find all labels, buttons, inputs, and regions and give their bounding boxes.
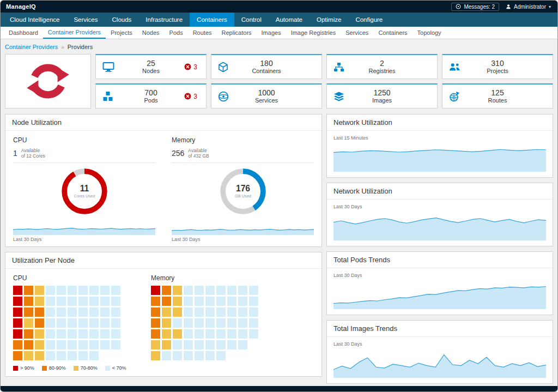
main-nav-item-services[interactable]: Services bbox=[66, 13, 105, 27]
heatmap-cell[interactable] bbox=[111, 286, 120, 295]
heatmap-cell[interactable] bbox=[13, 286, 22, 295]
main-nav-item-clouds[interactable]: Clouds bbox=[105, 13, 139, 27]
heatmap-cell[interactable] bbox=[184, 307, 193, 317]
heatmap-cell[interactable] bbox=[68, 318, 77, 328]
heatmap-cell[interactable] bbox=[249, 329, 258, 339]
heatmap-cell[interactable] bbox=[89, 351, 99, 360]
heatmap-cell[interactable] bbox=[13, 318, 22, 328]
heatmap-cell[interactable] bbox=[35, 307, 44, 317]
heatmap-cell[interactable] bbox=[13, 329, 22, 339]
heatmap-cell[interactable] bbox=[249, 318, 258, 328]
heatmap-cell[interactable] bbox=[89, 286, 99, 295]
heatmap-cell[interactable] bbox=[68, 340, 77, 349]
heatmap-cell[interactable] bbox=[35, 329, 44, 339]
stat-card-registries[interactable]: 2Registries bbox=[326, 54, 438, 79]
sub-nav-item-images[interactable]: Images bbox=[257, 27, 286, 39]
heatmap-cell[interactable] bbox=[100, 329, 110, 339]
heatmap-cell[interactable] bbox=[205, 351, 215, 360]
heatmap-cell[interactable] bbox=[100, 340, 110, 349]
heatmap-cell[interactable] bbox=[78, 297, 88, 306]
main-nav-item-automate[interactable]: Automate bbox=[269, 13, 310, 27]
heatmap-cell[interactable] bbox=[46, 318, 55, 328]
heatmap-cell[interactable] bbox=[227, 329, 236, 339]
heatmap-cell[interactable] bbox=[24, 340, 33, 349]
heatmap-cell[interactable] bbox=[238, 318, 247, 328]
stat-card-projects[interactable]: 310Projects bbox=[442, 54, 553, 79]
sub-nav-item-replicators[interactable]: Replicators bbox=[217, 27, 257, 39]
heatmap-cell[interactable] bbox=[173, 297, 182, 306]
heatmap-cell[interactable] bbox=[111, 318, 120, 328]
heatmap-cell[interactable] bbox=[46, 307, 55, 317]
heatmap-cell[interactable] bbox=[173, 351, 182, 360]
heatmap-cell[interactable] bbox=[46, 329, 55, 339]
messages-button[interactable]: Messages: 2 bbox=[451, 3, 499, 11]
heatmap-cell[interactable] bbox=[89, 340, 99, 349]
stat-card-routes[interactable]: 125Routes bbox=[442, 83, 553, 108]
heatmap-cell[interactable] bbox=[13, 340, 22, 349]
heatmap-cell[interactable] bbox=[162, 351, 171, 360]
main-nav-item-containers[interactable]: Containers bbox=[190, 13, 234, 27]
heatmap-cell[interactable] bbox=[238, 329, 247, 339]
heatmap-cell[interactable] bbox=[24, 351, 33, 360]
heatmap-cell[interactable] bbox=[227, 307, 236, 317]
sub-nav-item-container-providers[interactable]: Container Providers bbox=[43, 27, 106, 39]
sub-nav-item-containers[interactable]: Containers bbox=[373, 27, 412, 39]
stat-card-pods[interactable]: 700Pods3 bbox=[95, 83, 207, 108]
heatmap-cell[interactable] bbox=[162, 318, 171, 328]
heatmap-cell[interactable] bbox=[227, 297, 236, 306]
heatmap-cell[interactable] bbox=[173, 329, 182, 339]
heatmap-cell[interactable] bbox=[184, 318, 193, 328]
main-nav-item-infrastructure[interactable]: Infrastructure bbox=[138, 13, 190, 27]
heatmap-cell[interactable] bbox=[238, 297, 247, 306]
heatmap-cell[interactable] bbox=[68, 297, 77, 306]
heatmap-cell[interactable] bbox=[216, 351, 226, 360]
heatmap-cell[interactable] bbox=[249, 307, 258, 317]
heatmap-cell[interactable] bbox=[216, 307, 226, 317]
heatmap-cell[interactable] bbox=[57, 318, 66, 328]
heatmap-cell[interactable] bbox=[195, 351, 204, 360]
heatmap-cell[interactable] bbox=[238, 286, 247, 295]
heatmap-cell[interactable] bbox=[249, 286, 258, 295]
heatmap-cell[interactable] bbox=[249, 297, 258, 306]
stat-card-nodes[interactable]: 25Nodes3 bbox=[95, 54, 207, 79]
sub-nav-item-nodes[interactable]: Nodes bbox=[137, 27, 165, 39]
sub-nav-item-topology[interactable]: Topology bbox=[413, 27, 446, 39]
heatmap-cell[interactable] bbox=[57, 286, 66, 295]
heatmap-cell[interactable] bbox=[238, 307, 247, 317]
heatmap-cell[interactable] bbox=[162, 329, 171, 339]
heatmap-cell[interactable] bbox=[68, 329, 77, 339]
heatmap-cell[interactable] bbox=[151, 286, 160, 295]
heatmap-cell[interactable] bbox=[46, 286, 55, 295]
heatmap-cell[interactable] bbox=[24, 297, 33, 306]
stat-card-services[interactable]: 1000Services bbox=[211, 83, 322, 108]
sub-nav-item-services[interactable]: Services bbox=[341, 27, 373, 39]
heatmap-cell[interactable] bbox=[24, 329, 33, 339]
heatmap-cell[interactable] bbox=[162, 340, 171, 349]
main-nav-item-optimize[interactable]: Optimize bbox=[310, 13, 348, 27]
heatmap-cell[interactable] bbox=[100, 318, 110, 328]
heatmap-cell[interactable] bbox=[57, 307, 66, 317]
breadcrumb-item-container-providers[interactable]: Container Providers bbox=[5, 44, 58, 50]
heatmap-cell[interactable] bbox=[151, 340, 160, 349]
provider-logo-card[interactable] bbox=[5, 54, 91, 108]
heatmap-cell[interactable] bbox=[205, 297, 215, 306]
heatmap-cell[interactable] bbox=[227, 340, 236, 349]
heatmap-cell[interactable] bbox=[111, 329, 120, 339]
heatmap-cell[interactable] bbox=[111, 307, 120, 317]
heatmap-cell[interactable] bbox=[35, 297, 44, 306]
heatmap-cell[interactable] bbox=[46, 297, 55, 306]
error-badge[interactable]: 3 bbox=[184, 93, 197, 100]
heatmap-cell[interactable] bbox=[68, 307, 77, 317]
heatmap-cell[interactable] bbox=[78, 318, 88, 328]
heatmap-cell[interactable] bbox=[13, 307, 22, 317]
heatmap-cell[interactable] bbox=[46, 340, 55, 349]
heatmap-cell[interactable] bbox=[24, 286, 33, 295]
heatmap-cell[interactable] bbox=[205, 340, 215, 349]
heatmap-cell[interactable] bbox=[57, 340, 66, 349]
heatmap-cell[interactable] bbox=[111, 297, 120, 306]
heatmap-cell[interactable] bbox=[111, 340, 120, 349]
heatmap-cell[interactable] bbox=[78, 351, 88, 360]
heatmap-cell[interactable] bbox=[173, 307, 182, 317]
sub-nav-item-projects[interactable]: Projects bbox=[106, 27, 137, 39]
heatmap-cell[interactable] bbox=[78, 340, 88, 349]
